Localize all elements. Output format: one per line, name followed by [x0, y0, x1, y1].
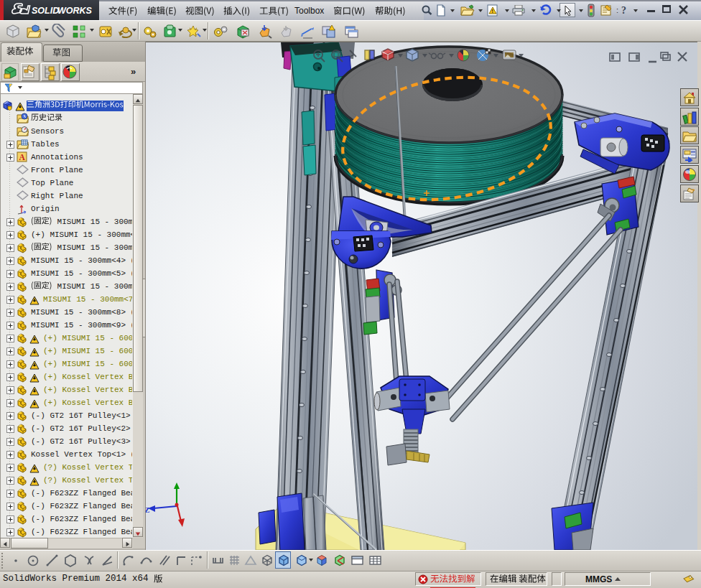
svg-text:?: ?	[621, 5, 626, 16]
svg-text:WORKS: WORKS	[57, 6, 93, 16]
svg-text:Z: Z	[146, 505, 149, 514]
svg-text:A: A	[19, 153, 25, 162]
svg-text:!: !	[492, 9, 493, 14]
svg-text:SOLID: SOLID	[32, 6, 59, 16]
